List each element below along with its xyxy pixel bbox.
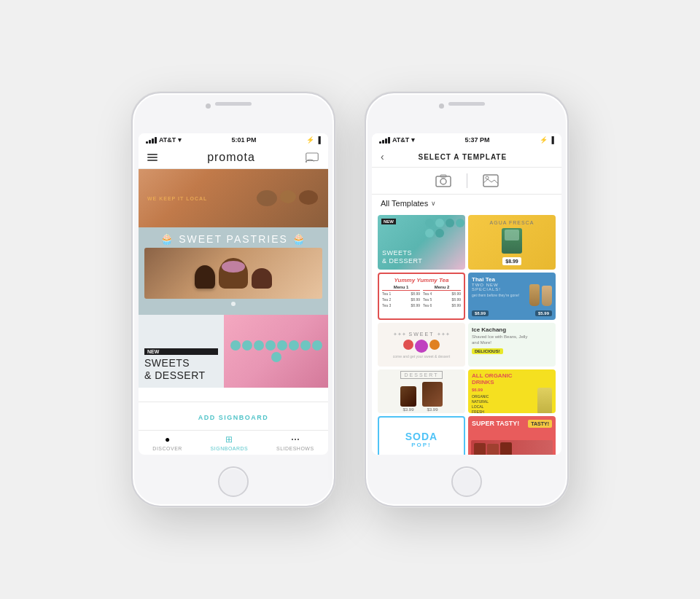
- template-sweet-floral[interactable]: ✦✦✦ SWEET ✦✦✦ come and get your sweet & …: [378, 323, 465, 367]
- add-signboard-button[interactable]: ADD SIGNBOARD: [139, 402, 328, 430]
- phone-2-status-bar: AT&T ▾ 5:37 PM ⚡ ▐: [372, 133, 561, 146]
- back-button[interactable]: ‹: [381, 151, 384, 163]
- template-organic-list: ORGANIC NATURAL LOCAL FRESH: [472, 394, 535, 413]
- nav-discover[interactable]: ● DISCOVER: [152, 434, 182, 451]
- all-templates-filter[interactable]: All Templates ∨: [372, 195, 561, 212]
- signal-bars: [146, 137, 157, 144]
- template-sweet-subtitle: come and get your sweet & dessert: [393, 354, 450, 359]
- discover-label: DISCOVER: [152, 446, 182, 451]
- phone-2-screen: AT&T ▾ 5:37 PM ⚡ ▐ ‹ SELECT A TEMPLATE: [372, 133, 561, 455]
- template-super-title: SUPER TASTY!: [472, 420, 519, 427]
- slideshows-label: SLIDESHOWS: [276, 446, 314, 451]
- all-templates-label: All Templates: [381, 199, 428, 208]
- battery-icon: ▐: [316, 136, 321, 144]
- phone-1-status-bar: AT&T ▾ 5:01 PM ⚡ ▐: [139, 133, 328, 146]
- menu-col-1: Menu 1 Tea 1$8.99 Tea 2$8.99 Tea 3$8.99: [382, 285, 420, 316]
- bluetooth-icon: ⚡: [306, 136, 314, 144]
- new-badge: NEW: [144, 348, 218, 355]
- template-thai-tagline: get them before they're gone!: [472, 293, 526, 297]
- svg-point-6: [486, 176, 489, 179]
- template-yummy-title: Yummy Yummy Tea: [382, 277, 461, 283]
- icon-divider: [467, 173, 467, 188]
- sweets-balls-decoration: [224, 336, 328, 367]
- template-ice-desc: Shaved Ice with Beans, Jelly and More!: [472, 334, 552, 346]
- phone-1: AT&T ▾ 5:01 PM ⚡ ▐ promota: [131, 92, 335, 507]
- bottom-navigation: ● DISCOVER ⊞ SIGNBOARDS ⋯ SLIDESHOWS: [139, 430, 328, 455]
- wifi-icon: ▾: [178, 136, 182, 144]
- cupcake-left-icon: 🧁: [160, 233, 174, 245]
- svg-rect-2: [436, 176, 451, 187]
- slideshows-icon: ⋯: [291, 434, 300, 445]
- template-grid: NEW SWEETS & DESSERT: [372, 212, 561, 455]
- phone-2-header: ‹ SELECT A TEMPLATE: [372, 146, 561, 168]
- svg-rect-0: [306, 153, 319, 161]
- phone-2-signal-bars: [379, 137, 390, 144]
- template-thai-price1: $8.99: [472, 310, 489, 316]
- pagination-indicator: [231, 302, 236, 306]
- menu-col-2: Menu 2 Tea 4$8.99 Tea 5$8.99 Tea 6$8.99: [423, 285, 461, 316]
- sweets-info: NEW SWEETS & DESSERT: [139, 315, 224, 388]
- pastry-title: 🧁 SWEET PASTRIES 🧁: [144, 233, 322, 245]
- phone-2-carrier: AT&T: [392, 136, 409, 144]
- template-thai-tea[interactable]: Thai Tea TWO NEW SPECIALS! get them befo…: [468, 273, 556, 320]
- phone-1-content: WE KEEP IT LOCAL 🧁 SWEET PASTRIES 🧁: [139, 169, 328, 402]
- signboards-icon: ⊞: [225, 434, 233, 445]
- template-soda-subtitle: POP!: [411, 442, 432, 448]
- signboards-label: SIGNBOARDS: [211, 446, 249, 451]
- phone-2: AT&T ▾ 5:37 PM ⚡ ▐ ‹ SELECT A TEMPLATE: [365, 92, 569, 507]
- phone-2-wifi-icon: ▾: [411, 136, 415, 144]
- phone-1-header: promota: [139, 146, 328, 169]
- pastry-image: [144, 248, 322, 299]
- template-sweet-label: SWEET: [409, 332, 435, 337]
- banner-text: WE KEEP IT LOCAL: [147, 196, 207, 201]
- nav-signboards[interactable]: ⊞ SIGNBOARDS: [211, 434, 249, 451]
- template-thai-title: Thai Tea: [472, 276, 526, 283]
- sweets-card[interactable]: NEW SWEETS & DESSERT: [139, 315, 328, 388]
- template-soda-title: SODA: [405, 431, 438, 442]
- template-sweet-fruits: [403, 340, 440, 353]
- svg-point-3: [440, 179, 446, 184]
- carrier-label: AT&T: [159, 136, 176, 144]
- template-dessert-label: DESSERT: [400, 371, 443, 379]
- phone-2-bluetooth-icon: ⚡: [540, 136, 548, 144]
- chevron-down-icon: ∨: [431, 200, 436, 207]
- template-dessert[interactable]: DESSERT $3.99 $3.99: [378, 369, 465, 413]
- template-thai-subtitle: TWO NEW SPECIALS!: [472, 283, 526, 291]
- phone-1-camera: [206, 103, 211, 109]
- time-display: 5:01 PM: [231, 136, 256, 144]
- template-organic-title: ALL ORGANIC DRINKS: [472, 373, 552, 386]
- image-mode-button[interactable]: [482, 173, 499, 188]
- banner-card: WE KEEP IT LOCAL: [139, 169, 328, 227]
- phone-2-battery-icon: ▐: [550, 136, 554, 144]
- template-soda-pop[interactable]: SODA POP!: [378, 416, 465, 455]
- sweets-image: [224, 315, 328, 388]
- template-sweets-dessert[interactable]: NEW SWEETS & DESSERT: [378, 215, 465, 270]
- phone-1-home-button[interactable]: [218, 466, 249, 497]
- brand-name: promota: [207, 151, 255, 164]
- photo-mode-button[interactable]: [435, 173, 452, 188]
- template-menu-grid: Menu 1 Tea 1$8.99 Tea 2$8.99 Tea 3$8.99 …: [382, 285, 461, 316]
- template-type-selector: [372, 168, 561, 195]
- cast-button[interactable]: [305, 152, 319, 163]
- menu-button[interactable]: [147, 154, 158, 161]
- sweets-title: SWEETS & DESSERT: [144, 357, 218, 382]
- template-thai-price2: $5.99: [535, 310, 552, 316]
- phone-2-camera: [439, 103, 444, 109]
- template-agua-price: $8.99: [502, 257, 521, 265]
- template-ice-title: Ice Kachang: [472, 326, 552, 333]
- phone-1-screen: AT&T ▾ 5:01 PM ⚡ ▐ promota: [139, 133, 328, 455]
- template-organic-drinks[interactable]: ALL ORGANIC DRINKS $6.99 ORGANIC NATURAL…: [468, 369, 556, 413]
- phone-2-home-button[interactable]: [451, 466, 482, 497]
- template-yummy-tea[interactable]: Yummy Yummy Tea Menu 1 Tea 1$8.99 Tea 2$…: [378, 273, 465, 320]
- phone-2-title: SELECT A TEMPLATE: [419, 153, 508, 161]
- template-super-tasty[interactable]: SUPER TASTY! TASTY!: [468, 416, 556, 455]
- template-ice-badge: DELICIOUS!: [472, 348, 503, 354]
- template-tasty-badge: TASTY!: [528, 420, 552, 428]
- nav-slideshows[interactable]: ⋯ SLIDESHOWS: [276, 434, 314, 451]
- cupcake-right-icon: 🧁: [292, 233, 306, 245]
- pastry-card[interactable]: 🧁 SWEET PASTRIES 🧁: [139, 227, 328, 315]
- phone-2-time: 5:37 PM: [464, 136, 489, 144]
- discover-icon: ●: [165, 434, 170, 445]
- template-agua-fresca[interactable]: AGUA FRESCA $8.99: [468, 215, 556, 270]
- template-ice-kachang[interactable]: Ice Kachang Shaved Ice with Beans, Jelly…: [468, 323, 556, 367]
